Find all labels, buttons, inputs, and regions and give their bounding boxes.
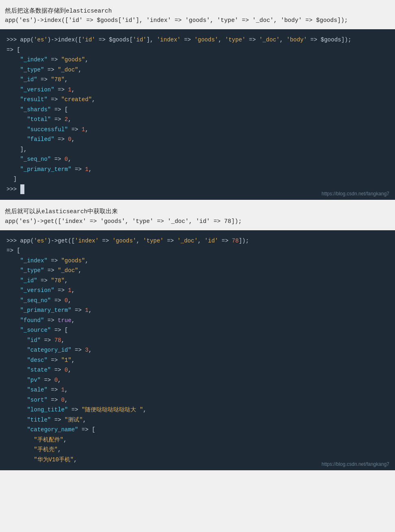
- code-content-1: >>> app('es')->index(['id' => $goods['id…: [7, 35, 388, 194]
- code-content-2: >>> app('es')->get(['index' => 'goods', …: [7, 236, 388, 465]
- page-wrapper: 然后把这条数据存储到elasticsearch app('es')->index…: [0, 0, 395, 479]
- section1-line1: 然后把这条数据存储到elasticsearch: [5, 6, 390, 16]
- section1-line2: app('es')->index(['id' => $goods['id'], …: [5, 16, 390, 25]
- section2-line1: 然后就可以从elasticsearch中获取出来: [5, 207, 390, 216]
- section2-line2: app('es')->get(['index' => 'goods', 'typ…: [5, 217, 390, 226]
- section1-description: 然后把这条数据存储到elasticsearch app('es')->index…: [0, 4, 395, 27]
- watermark-2: https://blog.csdn.net/fangkang7: [321, 461, 389, 467]
- code-block-2: >>> app('es')->get(['index' => 'goods', …: [0, 230, 395, 471]
- code-block-1: >>> app('es')->index(['id' => $goods['id…: [0, 29, 395, 200]
- watermark-1: https://blog.csdn.net/fangkang7: [321, 191, 389, 197]
- section2-description: 然后就可以从elasticsearch中获取出来 app('es')->get(…: [0, 205, 395, 227]
